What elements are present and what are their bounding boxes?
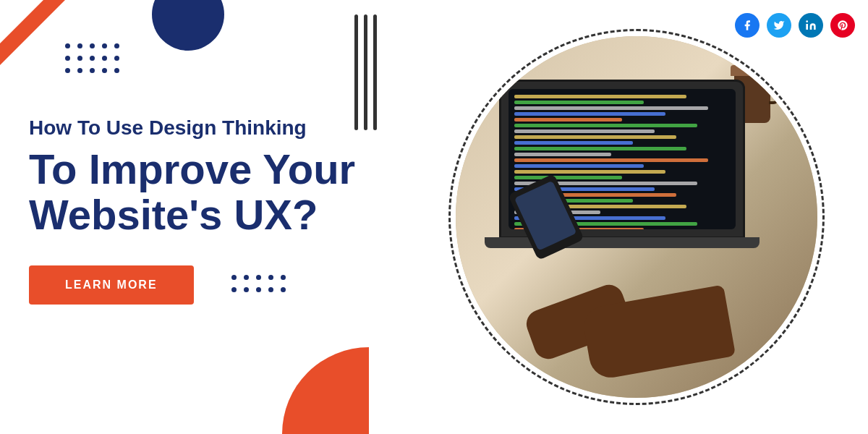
hero-image	[456, 36, 817, 398]
facebook-icon[interactable]	[735, 13, 760, 38]
left-content: How To Use Design Thinking To Improve Yo…	[0, 0, 405, 434]
article-main-title: To Improve Your Website's UX?	[29, 146, 383, 239]
laptop-base	[485, 237, 760, 248]
title-line1: To Improve Your	[29, 145, 355, 192]
orange-decoration-bottom	[282, 347, 369, 434]
linkedin-icon[interactable]	[799, 13, 823, 38]
vertical-lines-decoration	[354, 14, 377, 130]
hands	[528, 253, 731, 369]
pinterest-icon[interactable]	[830, 13, 855, 38]
article-subtitle: How To Use Design Thinking	[29, 116, 383, 140]
circle-frame	[456, 36, 817, 398]
svg-point-0	[806, 20, 808, 22]
learn-more-button[interactable]: LEARN MORE	[29, 265, 194, 305]
triangle-inner	[0, 0, 43, 43]
twitter-icon[interactable]	[767, 13, 791, 38]
circle-decoration-top	[152, 0, 224, 51]
title-line2: Website's UX?	[29, 191, 318, 238]
social-bar	[735, 13, 855, 38]
dot-grid-mid	[231, 275, 286, 292]
dot-grid-top	[65, 43, 119, 73]
laptop-scene	[456, 36, 817, 398]
right-content	[405, 0, 868, 434]
